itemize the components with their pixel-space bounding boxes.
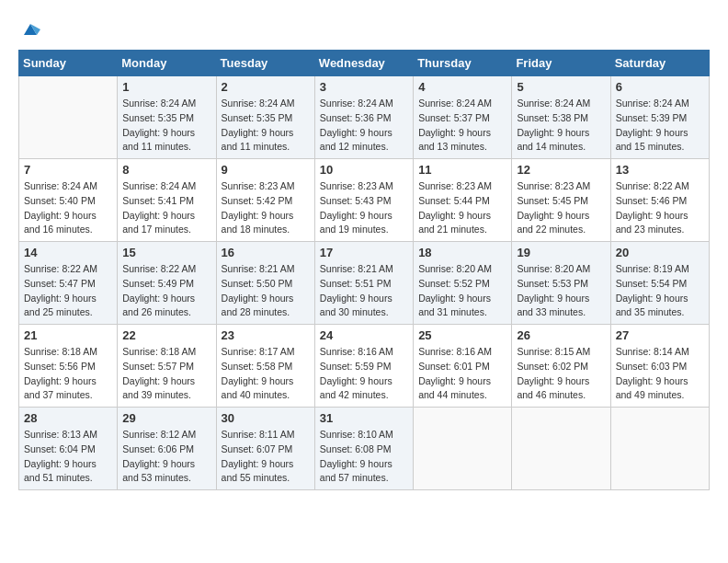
calendar-cell: 17Sunrise: 8:21 AM Sunset: 5:51 PM Dayli… [314, 242, 413, 325]
day-info: Sunrise: 8:20 AM Sunset: 5:52 PM Dayligh… [418, 262, 506, 320]
day-info: Sunrise: 8:22 AM Sunset: 5:46 PM Dayligh… [616, 179, 704, 237]
calendar-cell [414, 408, 512, 490]
day-number: 28 [24, 411, 112, 425]
calendar-cell: 8Sunrise: 8:24 AM Sunset: 5:41 PM Daylig… [118, 159, 216, 242]
day-info: Sunrise: 8:15 AM Sunset: 6:02 PM Dayligh… [517, 345, 605, 403]
logo-icon [20, 18, 40, 39]
day-number: 5 [517, 80, 605, 94]
day-number: 31 [320, 411, 408, 425]
day-info: Sunrise: 8:20 AM Sunset: 5:53 PM Dayligh… [517, 262, 605, 320]
day-info: Sunrise: 8:21 AM Sunset: 5:50 PM Dayligh… [222, 262, 310, 320]
day-info: Sunrise: 8:14 AM Sunset: 6:03 PM Dayligh… [616, 345, 704, 403]
calendar-cell: 7Sunrise: 8:24 AM Sunset: 5:40 PM Daylig… [19, 159, 118, 242]
day-number: 20 [616, 246, 704, 259]
day-info: Sunrise: 8:11 AM Sunset: 6:07 PM Dayligh… [222, 428, 310, 486]
calendar-week-row: 28Sunrise: 8:13 AM Sunset: 6:04 PM Dayli… [19, 408, 710, 490]
day-info: Sunrise: 8:22 AM Sunset: 5:47 PM Dayligh… [24, 262, 112, 320]
calendar-cell [19, 76, 118, 159]
weekday-header-tuesday: Tuesday [216, 51, 314, 76]
day-info: Sunrise: 8:18 AM Sunset: 5:56 PM Dayligh… [24, 345, 112, 403]
day-number: 17 [320, 246, 408, 259]
calendar-cell: 29Sunrise: 8:12 AM Sunset: 6:06 PM Dayli… [118, 408, 216, 490]
day-info: Sunrise: 8:24 AM Sunset: 5:38 PM Dayligh… [517, 97, 605, 155]
calendar-cell: 1Sunrise: 8:24 AM Sunset: 5:35 PM Daylig… [118, 76, 216, 159]
calendar-cell: 25Sunrise: 8:16 AM Sunset: 6:01 PM Dayli… [414, 325, 512, 408]
day-info: Sunrise: 8:13 AM Sunset: 6:04 PM Dayligh… [24, 428, 112, 486]
day-number: 8 [122, 163, 210, 177]
day-number: 3 [320, 80, 408, 94]
day-number: 9 [222, 163, 310, 177]
calendar-cell: 30Sunrise: 8:11 AM Sunset: 6:07 PM Dayli… [216, 408, 314, 490]
day-number: 21 [24, 328, 112, 342]
day-number: 26 [517, 328, 605, 342]
calendar-cell: 24Sunrise: 8:16 AM Sunset: 5:59 PM Dayli… [314, 325, 413, 408]
calendar-cell: 9Sunrise: 8:23 AM Sunset: 5:42 PM Daylig… [216, 159, 314, 242]
calendar-cell: 10Sunrise: 8:23 AM Sunset: 5:43 PM Dayli… [314, 159, 413, 242]
day-number: 23 [222, 328, 310, 342]
day-number: 1 [122, 80, 210, 94]
day-info: Sunrise: 8:24 AM Sunset: 5:35 PM Dayligh… [222, 97, 310, 155]
calendar-cell: 4Sunrise: 8:24 AM Sunset: 5:37 PM Daylig… [414, 76, 512, 159]
day-number: 6 [616, 80, 704, 94]
calendar-table: SundayMondayTuesdayWednesdayThursdayFrid… [18, 50, 710, 490]
day-number: 16 [222, 246, 310, 259]
day-number: 25 [418, 328, 506, 342]
calendar-cell: 15Sunrise: 8:22 AM Sunset: 5:49 PM Dayli… [118, 242, 216, 325]
day-info: Sunrise: 8:23 AM Sunset: 5:43 PM Dayligh… [320, 179, 408, 237]
calendar-cell: 22Sunrise: 8:18 AM Sunset: 5:57 PM Dayli… [118, 325, 216, 408]
day-number: 13 [616, 163, 704, 177]
day-info: Sunrise: 8:23 AM Sunset: 5:44 PM Dayligh… [418, 179, 506, 237]
calendar-week-row: 21Sunrise: 8:18 AM Sunset: 5:56 PM Dayli… [19, 325, 710, 408]
calendar-week-row: 7Sunrise: 8:24 AM Sunset: 5:40 PM Daylig… [19, 159, 710, 242]
calendar-week-row: 1Sunrise: 8:24 AM Sunset: 5:35 PM Daylig… [19, 76, 710, 159]
day-number: 15 [122, 246, 210, 259]
day-number: 4 [418, 80, 506, 94]
weekday-header-saturday: Saturday [610, 51, 709, 76]
calendar-cell: 6Sunrise: 8:24 AM Sunset: 5:39 PM Daylig… [610, 76, 709, 159]
day-number: 14 [24, 246, 112, 259]
calendar-cell: 2Sunrise: 8:24 AM Sunset: 5:35 PM Daylig… [216, 76, 314, 159]
day-info: Sunrise: 8:21 AM Sunset: 5:51 PM Dayligh… [320, 262, 408, 320]
calendar-cell: 19Sunrise: 8:20 AM Sunset: 5:53 PM Dayli… [512, 242, 610, 325]
day-info: Sunrise: 8:23 AM Sunset: 5:42 PM Dayligh… [222, 179, 310, 237]
calendar-cell: 3Sunrise: 8:24 AM Sunset: 5:36 PM Daylig… [314, 76, 413, 159]
day-info: Sunrise: 8:24 AM Sunset: 5:35 PM Dayligh… [122, 97, 210, 155]
day-number: 7 [24, 163, 112, 177]
weekday-header-wednesday: Wednesday [314, 51, 413, 76]
day-info: Sunrise: 8:18 AM Sunset: 5:57 PM Dayligh… [122, 345, 210, 403]
logo [18, 18, 40, 35]
weekday-header-row: SundayMondayTuesdayWednesdayThursdayFrid… [19, 51, 710, 76]
calendar-cell: 23Sunrise: 8:17 AM Sunset: 5:58 PM Dayli… [216, 325, 314, 408]
day-info: Sunrise: 8:23 AM Sunset: 5:45 PM Dayligh… [517, 179, 605, 237]
calendar-cell: 26Sunrise: 8:15 AM Sunset: 6:02 PM Dayli… [512, 325, 610, 408]
day-number: 19 [517, 246, 605, 259]
day-info: Sunrise: 8:24 AM Sunset: 5:40 PM Dayligh… [24, 179, 112, 237]
day-info: Sunrise: 8:16 AM Sunset: 6:01 PM Dayligh… [418, 345, 506, 403]
weekday-header-sunday: Sunday [19, 51, 118, 76]
day-info: Sunrise: 8:17 AM Sunset: 5:58 PM Dayligh… [222, 345, 310, 403]
day-number: 30 [222, 411, 310, 425]
day-info: Sunrise: 8:24 AM Sunset: 5:37 PM Dayligh… [418, 97, 506, 155]
calendar-week-row: 14Sunrise: 8:22 AM Sunset: 5:47 PM Dayli… [19, 242, 710, 325]
calendar-cell: 28Sunrise: 8:13 AM Sunset: 6:04 PM Dayli… [19, 408, 118, 490]
day-info: Sunrise: 8:24 AM Sunset: 5:39 PM Dayligh… [616, 97, 704, 155]
calendar-cell: 12Sunrise: 8:23 AM Sunset: 5:45 PM Dayli… [512, 159, 610, 242]
day-number: 18 [418, 246, 506, 259]
weekday-header-thursday: Thursday [414, 51, 512, 76]
day-info: Sunrise: 8:19 AM Sunset: 5:54 PM Dayligh… [616, 262, 704, 320]
calendar-cell [610, 408, 709, 490]
day-number: 11 [418, 163, 506, 177]
calendar-cell: 11Sunrise: 8:23 AM Sunset: 5:44 PM Dayli… [414, 159, 512, 242]
calendar-cell: 13Sunrise: 8:22 AM Sunset: 5:46 PM Dayli… [610, 159, 709, 242]
calendar-cell: 18Sunrise: 8:20 AM Sunset: 5:52 PM Dayli… [414, 242, 512, 325]
day-info: Sunrise: 8:22 AM Sunset: 5:49 PM Dayligh… [122, 262, 210, 320]
day-number: 2 [222, 80, 310, 94]
day-number: 22 [122, 328, 210, 342]
day-number: 10 [320, 163, 408, 177]
calendar-cell: 20Sunrise: 8:19 AM Sunset: 5:54 PM Dayli… [610, 242, 709, 325]
day-info: Sunrise: 8:16 AM Sunset: 5:59 PM Dayligh… [320, 345, 408, 403]
day-number: 12 [517, 163, 605, 177]
day-number: 29 [122, 411, 210, 425]
calendar-cell: 16Sunrise: 8:21 AM Sunset: 5:50 PM Dayli… [216, 242, 314, 325]
day-number: 27 [616, 328, 704, 342]
